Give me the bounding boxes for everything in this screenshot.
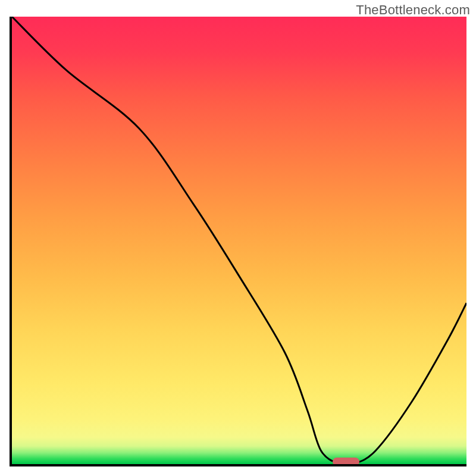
bottleneck-curve-path [12,17,466,464]
optimum-marker [333,458,360,466]
chart-container: TheBottleneck.com [0,0,476,476]
plot-area [10,17,466,466]
curve-svg [12,17,466,464]
watermark-text: TheBottleneck.com [356,2,470,18]
